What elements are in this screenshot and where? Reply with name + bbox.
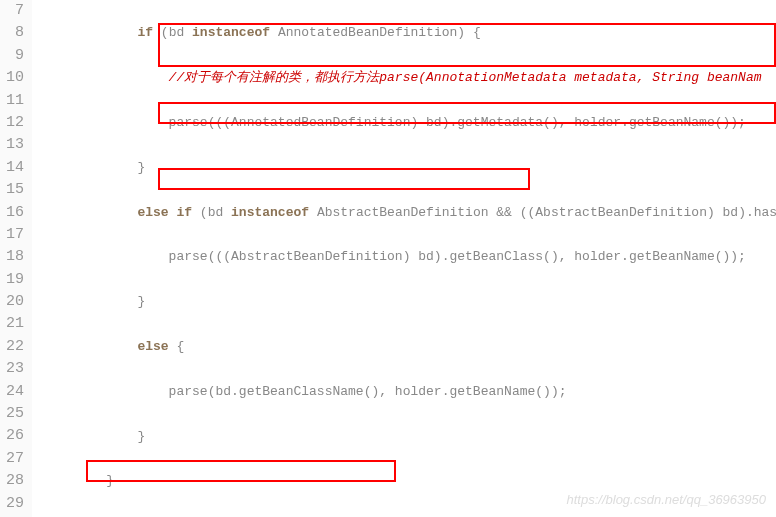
ln: 20 xyxy=(0,291,24,313)
ln: 13 xyxy=(0,134,24,156)
watermark: https://blog.csdn.net/qq_36963950 xyxy=(567,492,767,507)
ln: 21 xyxy=(0,313,24,335)
ln: 14 xyxy=(0,157,24,179)
ln: 22 xyxy=(0,336,24,358)
ln: 26 xyxy=(0,425,24,447)
ln: 25 xyxy=(0,403,24,425)
code-line: } xyxy=(36,470,776,492)
code-line: parse(bd.getBeanClassName(), holder.getB… xyxy=(36,381,776,403)
ln: 18 xyxy=(0,246,24,268)
code-area: if (bd instanceof AnnotatedBeanDefinitio… xyxy=(32,0,776,517)
ln: 11 xyxy=(0,90,24,112)
ln: 17 xyxy=(0,224,24,246)
ln: 7 xyxy=(0,0,24,22)
code-line: } xyxy=(36,157,776,179)
ln: 27 xyxy=(0,448,24,470)
code-line: } xyxy=(36,426,776,448)
ln: 9 xyxy=(0,45,24,67)
code-line: else if (bd instanceof AbstractBeanDefin… xyxy=(36,202,776,224)
ln: 23 xyxy=(0,358,24,380)
code-line: } xyxy=(36,291,776,313)
ln: 10 xyxy=(0,67,24,89)
line-number-gutter: 7 8 9 10 11 12 13 14 15 16 17 18 19 20 2… xyxy=(0,0,32,517)
code-line: else { xyxy=(36,336,776,358)
ln: 12 xyxy=(0,112,24,134)
code-line: if (bd instanceof AnnotatedBeanDefinitio… xyxy=(36,22,776,44)
ln: 29 xyxy=(0,493,24,515)
code-line: //对于每个有注解的类，都执行方法parse(AnnotationMetadat… xyxy=(36,67,776,89)
ln: 16 xyxy=(0,202,24,224)
code-line: parse(((AnnotatedBeanDefinition) bd).get… xyxy=(36,112,776,134)
ln: 28 xyxy=(0,470,24,492)
ln: 15 xyxy=(0,179,24,201)
ln: 8 xyxy=(0,22,24,44)
ln: 24 xyxy=(0,381,24,403)
ln: 19 xyxy=(0,269,24,291)
code-line: parse(((AbstractBeanDefinition) bd).getB… xyxy=(36,246,776,268)
